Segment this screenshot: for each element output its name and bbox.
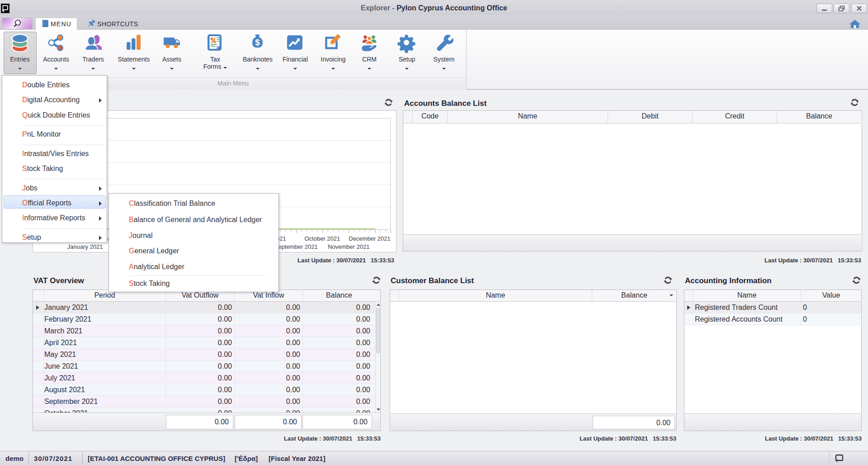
svg-text:$: $ <box>255 38 260 47</box>
